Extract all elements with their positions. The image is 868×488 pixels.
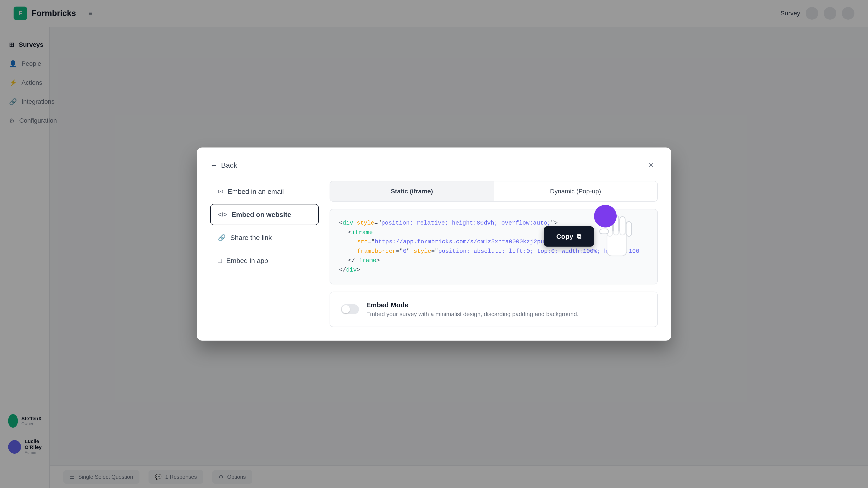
modal-header: ← Back × [197, 148, 671, 172]
email-icon: ✉ [218, 188, 223, 195]
nav-label-email: Embed in an email [228, 188, 284, 195]
close-icon: × [649, 160, 653, 170]
embed-mode-section: Embed Mode Embed your survey with a mini… [330, 291, 658, 327]
svg-rect-4 [626, 222, 631, 236]
back-label: Back [221, 161, 237, 169]
app-icon: □ [218, 257, 222, 264]
back-arrow-icon: ← [210, 161, 217, 169]
nav-label-app: Embed in app [226, 257, 268, 265]
nav-share-link[interactable]: 🔗 Share the link [210, 227, 319, 248]
back-button[interactable]: ← Back [210, 161, 237, 169]
modal-body: ✉ Embed in an email </> Embed on website… [197, 172, 671, 341]
nav-embed-website[interactable]: </> Embed on website [210, 204, 319, 225]
embed-mode-text: Embed Mode Embed your survey with a mini… [366, 301, 647, 318]
copy-icon: ⧉ [577, 233, 581, 240]
tab-static[interactable]: Static (iframe) [330, 182, 494, 201]
modal-sidebar: ✉ Embed in an email </> Embed on website… [210, 181, 319, 327]
toggle-knob [342, 305, 350, 313]
copy-button-container: Copy ⧉ [544, 205, 639, 268]
embed-mode-title: Embed Mode [366, 301, 647, 308]
tab-dynamic[interactable]: Dynamic (Pop-up) [494, 182, 657, 201]
cursor-illustration [590, 209, 639, 268]
copy-label: Copy [556, 233, 573, 240]
modal-overlay[interactable]: ← Back × ✉ Embed in an email </> Embed o… [0, 0, 868, 488]
nav-label-website: Embed on website [231, 211, 291, 219]
code-block: Copy ⧉ [330, 209, 658, 285]
modal-content: Static (iframe) Dynamic (Pop-up) Copy ⧉ [330, 181, 658, 327]
tab-static-label: Static (iframe) [391, 188, 433, 195]
svg-rect-6 [607, 231, 627, 256]
embed-mode-toggle[interactable] [341, 304, 359, 314]
svg-rect-5 [600, 229, 609, 234]
nav-embed-email[interactable]: ✉ Embed in an email [210, 181, 319, 202]
purple-circle [594, 205, 617, 228]
tab-switcher: Static (iframe) Dynamic (Pop-up) [330, 181, 658, 202]
close-button[interactable]: × [644, 158, 658, 172]
code-icon: </> [218, 211, 227, 218]
tab-dynamic-label: Dynamic (Pop-up) [550, 188, 601, 195]
share-modal: ← Back × ✉ Embed in an email </> Embed o… [197, 148, 671, 341]
embed-mode-desc: Embed your survey with a minimalist desi… [366, 311, 647, 318]
nav-label-link: Share the link [230, 234, 272, 241]
copy-button[interactable]: Copy ⧉ [544, 226, 594, 247]
link-icon: 🔗 [218, 234, 226, 241]
nav-embed-app[interactable]: □ Embed in app [210, 250, 319, 271]
